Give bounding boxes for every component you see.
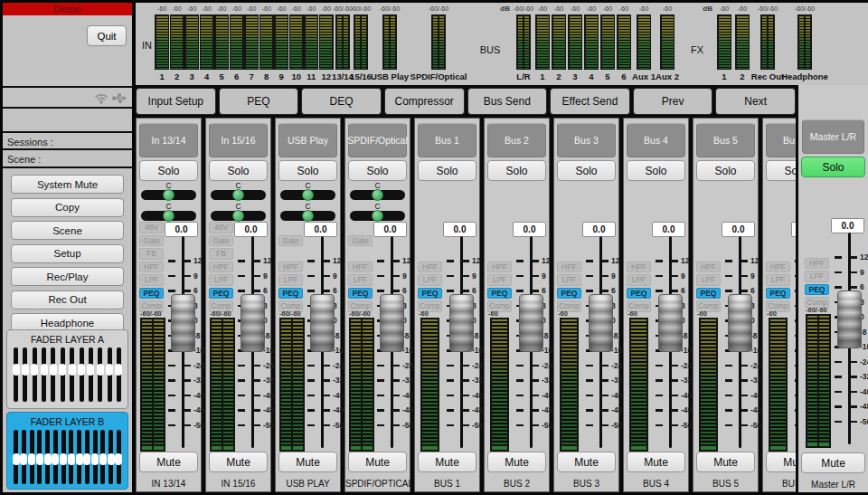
fader-value-box[interactable]: 0.0: [722, 222, 755, 237]
slot-button-lpf[interactable]: LPF: [557, 274, 581, 286]
channel-header-button[interactable]: SPDIF/Optical: [348, 123, 407, 157]
slot-button-lpf[interactable]: LPF: [278, 274, 303, 286]
slot-button-hpf[interactable]: HPF: [805, 258, 829, 270]
tab-compressor[interactable]: Compressor: [384, 88, 465, 115]
channel-header-button[interactable]: Master L/R: [802, 119, 864, 154]
channel-header-button[interactable]: USB Play: [278, 123, 337, 157]
pan-slider[interactable]: [211, 190, 266, 200]
sidebar-button-setup[interactable]: Setup: [11, 244, 124, 263]
fader-value-box[interactable]: 0.0: [831, 218, 864, 233]
tab-deq[interactable]: DEQ: [301, 88, 382, 115]
pan-slider[interactable]: [141, 211, 196, 221]
sessions-row[interactable]: Sessions :: [3, 135, 132, 150]
solo-button[interactable]: Solo: [696, 160, 755, 181]
pan-knob[interactable]: [302, 189, 314, 201]
fader-knob[interactable]: [241, 294, 265, 352]
slot-button-hpf[interactable]: HPF: [696, 262, 721, 273]
slot-button-peq[interactable]: PEQ: [487, 288, 512, 300]
slot-button-lpf[interactable]: LPF: [766, 274, 790, 286]
tab-peq[interactable]: PEQ: [219, 88, 299, 115]
fader-knob[interactable]: [171, 294, 195, 352]
slot-button-lpf[interactable]: LPF: [627, 274, 651, 286]
mute-button[interactable]: Mute: [348, 452, 407, 472]
pan-slider[interactable]: [141, 190, 196, 200]
fader-knob[interactable]: [837, 290, 862, 348]
pan-knob[interactable]: [232, 210, 244, 222]
slot-button-peq[interactable]: PEQ: [348, 288, 373, 300]
pan-knob[interactable]: [302, 210, 314, 222]
slot-button-peq[interactable]: PEQ: [139, 288, 164, 300]
mute-button[interactable]: Mute: [801, 452, 865, 473]
pan-slider[interactable]: [280, 211, 335, 221]
solo-button[interactable]: Solo: [348, 160, 407, 181]
pan-slider[interactable]: [211, 211, 266, 221]
fader-knob[interactable]: [589, 294, 613, 352]
slot-button-lpf[interactable]: LPF: [487, 274, 512, 286]
slot-button-hpf[interactable]: HPF: [766, 262, 790, 273]
slot-button-hpf[interactable]: HPF: [418, 262, 442, 273]
pan-knob[interactable]: [372, 189, 383, 201]
fader-value-box[interactable]: 0.0: [443, 222, 476, 237]
solo-button[interactable]: Solo: [557, 160, 616, 181]
channel-header-button[interactable]: Bus 4: [627, 123, 685, 157]
mute-button[interactable]: Mute: [557, 452, 616, 472]
solo-button[interactable]: Solo: [278, 160, 337, 181]
slot-button-lpf[interactable]: LPF: [696, 274, 721, 286]
mute-button[interactable]: Mute: [278, 452, 337, 472]
mute-button[interactable]: Mute: [696, 452, 755, 472]
slot-button-peq[interactable]: PEQ: [209, 288, 233, 300]
fader-value-box[interactable]: 0.0: [652, 222, 685, 237]
tab-next[interactable]: Next: [715, 88, 796, 115]
slot-button-peq[interactable]: PEQ: [627, 288, 651, 300]
fader-value-box[interactable]: 0.0: [304, 222, 337, 237]
pan-slider[interactable]: [350, 190, 405, 200]
solo-button[interactable]: Solo: [209, 160, 268, 181]
slot-button-lpf[interactable]: LPF: [418, 274, 442, 286]
slot-button-peq[interactable]: PEQ: [696, 288, 721, 300]
slot-button-hpf[interactable]: HPF: [487, 262, 512, 273]
fader-knob[interactable]: [449, 294, 474, 352]
tab-prev[interactable]: Prev: [633, 88, 713, 115]
fader-knob[interactable]: [310, 294, 335, 352]
slot-button-hpf[interactable]: HPF: [627, 262, 651, 273]
solo-button[interactable]: Solo: [487, 160, 546, 181]
slot-button-lpf[interactable]: LPF: [209, 274, 233, 286]
slot-button-peq[interactable]: PEQ: [418, 288, 442, 300]
slot-button-48v[interactable]: 48V: [209, 222, 233, 233]
fader-knob[interactable]: [380, 294, 404, 352]
pan-slider[interactable]: [280, 190, 335, 200]
tab-bus-send[interactable]: Bus Send: [467, 88, 548, 115]
sidebar-button-rec-out[interactable]: Rec Out: [11, 290, 124, 309]
pan-knob[interactable]: [232, 189, 244, 201]
scene-row[interactable]: Scene :: [3, 152, 132, 168]
fader-knob[interactable]: [728, 294, 752, 352]
slot-button-lpf[interactable]: LPF: [805, 271, 829, 282]
channel-header-button[interactable]: Bus 3: [557, 123, 616, 157]
mute-button[interactable]: Mute: [487, 452, 546, 472]
sidebar-button-rec-play[interactable]: Rec/Play: [11, 267, 124, 286]
channel-header-button[interactable]: Bus 5: [696, 123, 755, 157]
pan-slider[interactable]: [350, 211, 405, 221]
mute-button[interactable]: Mute: [209, 452, 268, 472]
sidebar-button-system-mute[interactable]: System Mute: [11, 175, 124, 194]
slot-button-hpf[interactable]: HPF: [139, 262, 164, 273]
slot-button-fb[interactable]: FB: [139, 248, 164, 260]
slot-button-peq[interactable]: PEQ: [557, 288, 581, 300]
slot-button-lpf[interactable]: LPF: [348, 274, 373, 286]
fader-value-box[interactable]: 0.0: [513, 222, 546, 237]
fader-layer-a-button[interactable]: FADER LAYER A: [6, 329, 128, 409]
fader-value-box[interactable]: 0.0: [582, 222, 616, 237]
slot-button-hpf[interactable]: HPF: [278, 262, 303, 273]
slot-button-gate[interactable]: Gate: [278, 235, 303, 247]
slot-button-gate[interactable]: Gate: [209, 235, 233, 247]
tab-input-setup[interactable]: Input Setup: [136, 88, 216, 115]
slot-button-gate[interactable]: Gate: [348, 235, 373, 247]
slot-button-48v[interactable]: 48V: [139, 222, 164, 233]
solo-button[interactable]: Solo: [139, 160, 198, 181]
slot-button-peq[interactable]: PEQ: [278, 288, 303, 300]
solo-button[interactable]: Solo: [418, 160, 476, 181]
pan-knob[interactable]: [163, 189, 175, 201]
slot-button-hpf[interactable]: HPF: [209, 262, 233, 273]
fader-layer-b-button[interactable]: FADER LAYER B: [6, 412, 128, 490]
solo-button[interactable]: Solo: [801, 157, 865, 177]
